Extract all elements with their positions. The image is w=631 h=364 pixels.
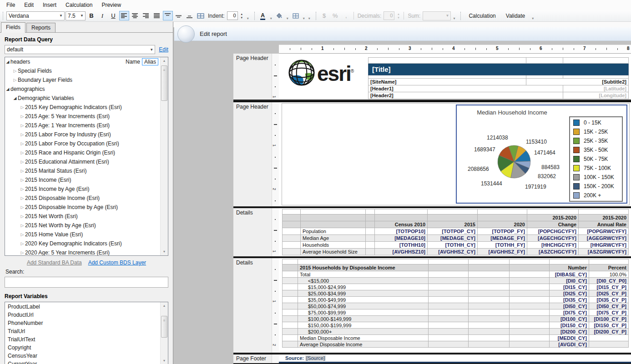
report-cell[interactable]: [283, 271, 298, 278]
field-placeholder-cell[interactable]: [DI150_CY]: [550, 322, 589, 329]
align-justify-button[interactable]: [152, 11, 162, 20]
row-label-cell[interactable]: $100,000-$149,999: [298, 316, 429, 322]
field-placeholder-cell[interactable]: [TOTHH_FY]: [478, 242, 527, 249]
variable-item[interactable]: ProductLabel: [5, 303, 160, 311]
report-cell[interactable]: [428, 209, 478, 214]
spin-down-icon[interactable]: ▼: [239, 16, 245, 20]
field-placeholder-cell[interactable]: [DI25_CY_P]: [589, 290, 629, 297]
tree-expander-icon[interactable]: ▷: [20, 114, 25, 119]
row-label-cell[interactable]: $150,000-$199,999: [298, 322, 429, 329]
tree-item[interactable]: ▷2020 Key Demographic Indicators (Esri): [5, 239, 160, 248]
band-label-page-footer[interactable]: Page Footer: [233, 354, 272, 363]
report-cell[interactable]: [469, 335, 510, 341]
row-label-cell[interactable]: Households: [301, 242, 366, 249]
toolbar-overflow-icon[interactable]: ▾: [307, 10, 312, 21]
report-cell[interactable]: [469, 297, 510, 303]
tree-scrollbar[interactable]: ▲ ≡ ▼: [160, 57, 168, 255]
field-placeholder-cell[interactable]: [DI200_CY]: [550, 329, 589, 335]
report-cell[interactable]: [429, 316, 469, 322]
field-placeholder-cell[interactable]: [DIBASE_CY]: [550, 271, 589, 278]
field-placeholder-cell[interactable]: [MEDDI_CY]: [550, 335, 589, 341]
report-cell[interactable]: [283, 341, 298, 348]
report-cell[interactable]: [589, 259, 629, 264]
field-placeholder-cell[interactable]: [DI0_CY_P0]: [589, 278, 629, 284]
field-placeholder-cell[interactable]: [AGEGRWCYFY]: [579, 235, 629, 242]
tree-item[interactable]: ▷Boundary Layer Fields: [5, 75, 160, 85]
tab-fields[interactable]: Fields: [1, 22, 25, 33]
row-label-cell[interactable]: Average Household Size: [301, 249, 366, 255]
tree-expander-icon[interactable]: ▷: [20, 223, 25, 228]
menu-item-insert[interactable]: Insert: [38, 0, 61, 10]
field-placeholder-cell[interactable]: [DI100_CY_P]: [589, 316, 629, 322]
latitude-placeholder-cell[interactable]: [Latitude]: [563, 85, 629, 92]
report-cell[interactable]: [429, 309, 469, 316]
report-cell[interactable]: [283, 316, 298, 322]
tree-expander-icon[interactable]: ▷: [20, 150, 25, 155]
field-placeholder-cell[interactable]: [HHGRWCYFY]: [579, 242, 629, 249]
report-cell[interactable]: [469, 316, 510, 322]
report-cell[interactable]: [375, 209, 428, 214]
menu-item-preview[interactable]: Preview: [97, 0, 126, 10]
tree-expander-icon[interactable]: ◢: [12, 96, 18, 100]
alias-toggle[interactable]: Alias: [142, 58, 158, 65]
field-placeholder-cell[interactable]: [MEDAGE_CY]: [428, 235, 478, 242]
tree-expander-icon[interactable]: ▷: [20, 214, 25, 219]
report-cell[interactable]: [469, 290, 510, 297]
band-content-details-1[interactable]: 2015-20202015-2020 Census 201020152020Ch…: [279, 208, 631, 256]
chevron-down-icon[interactable]: ▼: [444, 14, 450, 18]
toolbar-overflow-icon[interactable]: ▾: [530, 10, 535, 21]
field-placeholder-cell[interactable]: 100.0%: [589, 271, 629, 278]
report-cell[interactable]: [283, 335, 298, 341]
tree-item[interactable]: ▷2015 Age: 1 Year Increments (Esri): [5, 121, 160, 130]
tree-item[interactable]: ▷2015 Income (Esri): [5, 175, 160, 184]
report-cell[interactable]: [283, 322, 298, 329]
report-cell[interactable]: [283, 309, 298, 316]
report-cell[interactable]: [510, 329, 550, 335]
field-placeholder-cell[interactable]: [DI50_CY]: [550, 303, 589, 309]
column-header[interactable]: 2020: [478, 221, 527, 228]
report-cell[interactable]: [375, 214, 428, 221]
name-toggle[interactable]: Name: [126, 59, 140, 65]
field-placeholder-cell[interactable]: [DI75_CY]: [550, 309, 589, 316]
report-cell[interactable]: [369, 75, 526, 79]
field-placeholder-cell[interactable]: [DI100_CY]: [550, 316, 589, 322]
source-placeholder[interactable]: [Source]: [305, 355, 326, 361]
tree-expander-icon[interactable]: ▷: [20, 250, 25, 255]
tree-expander-icon[interactable]: ▷: [20, 232, 25, 237]
variable-item[interactable]: TrialUrlText: [5, 335, 160, 344]
row-label-cell[interactable]: $25,000-$34,999: [298, 290, 429, 297]
header2-placeholder-cell[interactable]: [Header2]: [369, 92, 563, 99]
edit-query-link[interactable]: Edit: [159, 46, 168, 53]
report-cell[interactable]: [301, 214, 366, 221]
column-header[interactable]: 2015-2020: [527, 214, 579, 221]
subtitle2-placeholder-cell[interactable]: [Subtitle2]: [526, 79, 629, 85]
report-cell[interactable]: [429, 341, 469, 348]
tree-expander-icon[interactable]: ▷: [20, 187, 25, 191]
row-label-cell[interactable]: Population: [301, 228, 366, 235]
tree-expander-icon[interactable]: ▷: [12, 78, 18, 82]
tree-item[interactable]: ▷2015 Income by Age (Esri): [5, 184, 160, 194]
report-cell[interactable]: [366, 228, 375, 235]
report-cell[interactable]: [283, 284, 298, 290]
scroll-down-icon[interactable]: ▼: [161, 248, 168, 255]
tree-expander-icon[interactable]: ▷: [20, 132, 25, 137]
field-placeholder-cell[interactable]: [DI15_CY_P]: [589, 284, 629, 290]
report-cell[interactable]: [478, 214, 527, 221]
field-placeholder-cell[interactable]: [ASZCHGCYFY]: [527, 249, 579, 255]
report-cell[interactable]: [429, 303, 469, 309]
column-header[interactable]: 2015-2020: [579, 214, 629, 221]
longitude-placeholder-cell[interactable]: [Longitude]: [563, 92, 629, 99]
report-cell[interactable]: [429, 284, 469, 290]
column-header[interactable]: Census 2010: [375, 221, 428, 228]
report-cell[interactable]: [429, 335, 469, 341]
tree-item[interactable]: ▷2015 Labor Force by Occupation (Esri): [5, 139, 160, 148]
field-placeholder-cell[interactable]: [POPGRWCYFY]: [579, 228, 629, 235]
report-cell[interactable]: [478, 209, 527, 214]
report-cell[interactable]: [510, 309, 550, 316]
field-placeholder-cell[interactable]: [AGECHGCYFY]: [527, 235, 579, 242]
report-cell[interactable]: [510, 316, 550, 322]
scroll-up-icon[interactable]: ▲: [161, 57, 168, 65]
align-right-button[interactable]: [141, 11, 151, 20]
field-placeholder-cell[interactable]: [HHCHGCYFY]: [527, 242, 579, 249]
tree-expander-icon[interactable]: ▷: [20, 241, 25, 246]
